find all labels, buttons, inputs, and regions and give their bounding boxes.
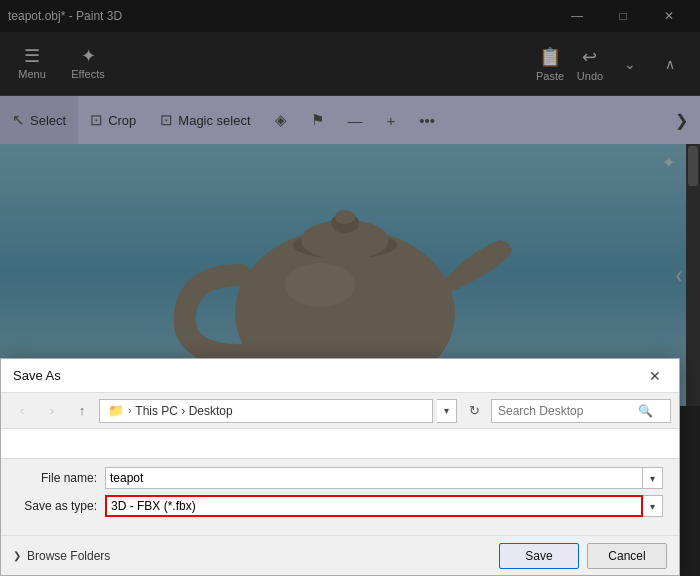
save-as-dialog: Save As ✕ ‹ › ↑ 📁 › This PC › Desktop ▾ … (0, 358, 680, 576)
save-as-type-text: 3D - FBX (*.fbx) (111, 499, 196, 513)
file-name-label: File name: (17, 471, 105, 485)
dropdown-chevron-icon: ▾ (650, 473, 655, 484)
save-type-dropdown-icon: ▾ (650, 501, 655, 512)
save-button[interactable]: Save (499, 543, 579, 569)
dialog-close-button[interactable]: ✕ (643, 364, 667, 388)
dialog-overlay: Save As ✕ ‹ › ↑ 📁 › This PC › Desktop ▾ … (0, 0, 700, 576)
save-as-type-dropdown-button[interactable]: ▾ (643, 495, 663, 517)
search-icon: 🔍 (638, 404, 653, 418)
cancel-button[interactable]: Cancel (587, 543, 667, 569)
search-box: 🔍 (491, 399, 671, 423)
file-name-field: File name: ▾ (17, 467, 663, 489)
dialog-title-bar: Save As ✕ (1, 359, 679, 393)
browse-chevron-icon: ❯ (13, 550, 21, 561)
dropdown-icon: ▾ (444, 405, 449, 416)
dialog-action-buttons: Save Cancel (499, 543, 667, 569)
dialog-body: File name: ▾ Save as type: 3D - FBX (*.f… (1, 459, 679, 535)
nav-path: 📁 › This PC › Desktop (99, 399, 433, 423)
search-input[interactable] (498, 404, 638, 418)
dialog-nav-bar: ‹ › ↑ 📁 › This PC › Desktop ▾ ↻ 🔍 (1, 393, 679, 429)
nav-up-button[interactable]: ↑ (69, 398, 95, 424)
folder-icon: 📁 (108, 403, 124, 418)
refresh-icon: ↻ (469, 403, 480, 418)
save-as-type-value: 3D - FBX (*.fbx) (105, 495, 643, 517)
browse-folders-toggle[interactable]: ❯ Browse Folders (13, 549, 110, 563)
file-name-input[interactable] (105, 467, 643, 489)
save-as-type-label: Save as type: (17, 499, 105, 513)
browse-folders-label: Browse Folders (27, 549, 110, 563)
nav-path-text: This PC › Desktop (135, 404, 232, 418)
path-dropdown-button[interactable]: ▾ (437, 399, 457, 423)
save-as-type-field: Save as type: 3D - FBX (*.fbx) ▾ (17, 495, 663, 517)
nav-forward-button[interactable]: › (39, 398, 65, 424)
file-list-area (1, 429, 679, 459)
dialog-footer: ❯ Browse Folders Save Cancel (1, 535, 679, 575)
file-name-dropdown-button[interactable]: ▾ (643, 467, 663, 489)
nav-back-button[interactable]: ‹ (9, 398, 35, 424)
refresh-button[interactable]: ↻ (461, 398, 487, 424)
path-separator: › (128, 405, 131, 416)
dialog-title: Save As (13, 368, 61, 383)
